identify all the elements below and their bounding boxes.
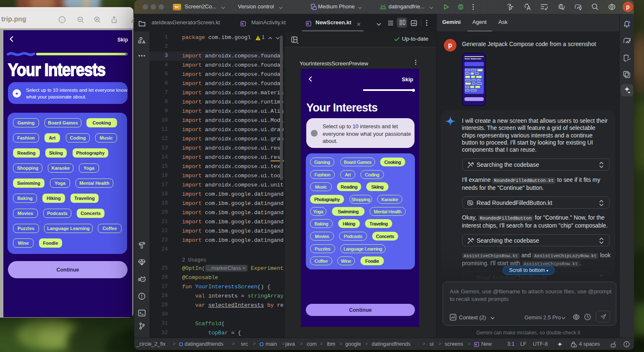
svg-text:i: i — [62, 18, 63, 22]
svg-text:!: ! — [258, 36, 259, 41]
